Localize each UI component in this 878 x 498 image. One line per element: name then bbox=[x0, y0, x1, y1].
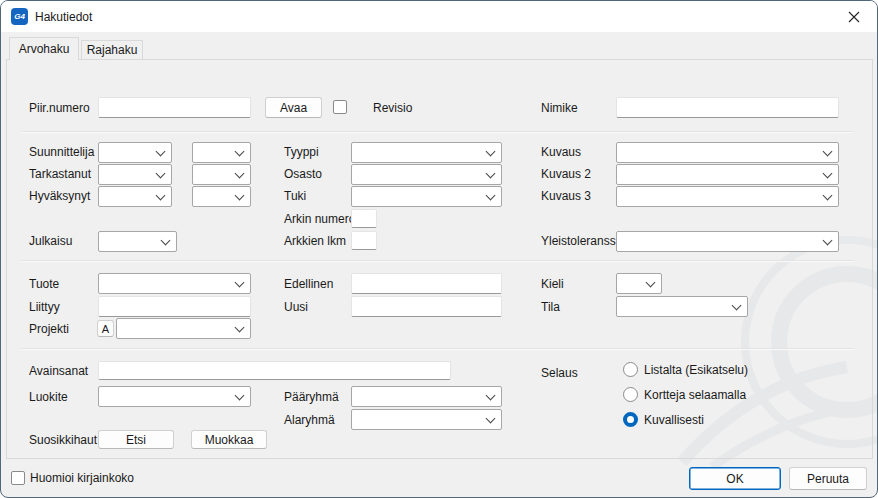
edellinen-label: Edellinen bbox=[284, 277, 333, 292]
osasto-label: Osasto bbox=[284, 167, 322, 182]
alaryhma-select[interactable] bbox=[351, 409, 502, 430]
chevron-down-icon bbox=[823, 191, 833, 201]
suunnittelija-select-2[interactable] bbox=[192, 142, 251, 163]
kuvaus2-select[interactable] bbox=[616, 164, 839, 185]
chevron-down-icon bbox=[646, 278, 656, 288]
uusi-input[interactable] bbox=[351, 296, 502, 317]
projekti-select[interactable] bbox=[116, 318, 251, 339]
tyyppi-label: Tyyppi bbox=[284, 145, 319, 160]
arkin-numero-input[interactable] bbox=[351, 209, 377, 228]
uusi-label: Uusi bbox=[284, 300, 308, 315]
tuote-label: Tuote bbox=[29, 277, 59, 292]
nimike-input[interactable] bbox=[616, 97, 839, 118]
chevron-down-icon bbox=[235, 323, 245, 333]
window-title: Hakutiedot bbox=[35, 10, 92, 24]
piir-numero-input[interactable] bbox=[98, 97, 251, 118]
luokite-select[interactable] bbox=[98, 386, 251, 407]
app-icon: G4 bbox=[11, 8, 28, 25]
selaus-radio-listalta-label[interactable]: Listalta (Esikatselu) bbox=[644, 363, 748, 378]
julkaisu-label: Julkaisu bbox=[29, 234, 72, 249]
ok-button[interactable]: OK bbox=[689, 467, 781, 490]
julkaisu-select[interactable] bbox=[98, 231, 177, 252]
liittyy-input[interactable] bbox=[98, 296, 251, 317]
revisio-label: Revisio bbox=[373, 101, 412, 116]
chevron-down-icon bbox=[156, 147, 166, 157]
chevron-down-icon bbox=[486, 191, 496, 201]
selaus-radio-listalta[interactable] bbox=[623, 362, 638, 377]
suunnittelija-select-1[interactable] bbox=[98, 142, 172, 163]
arkkien-lkm-label: Arkkien lkm bbox=[284, 234, 346, 249]
kuvaus-select[interactable] bbox=[616, 142, 839, 163]
close-button[interactable] bbox=[839, 5, 869, 29]
tarkastanut-select-2[interactable] bbox=[192, 164, 251, 185]
kuvaus3-select[interactable] bbox=[616, 186, 839, 207]
chevron-down-icon bbox=[486, 169, 496, 179]
tila-select[interactable] bbox=[616, 296, 748, 317]
projekti-a-button[interactable]: A bbox=[97, 320, 114, 337]
kuvaus2-label: Kuvaus 2 bbox=[541, 167, 591, 182]
tuote-select[interactable] bbox=[98, 273, 251, 294]
dialog-hakutiedot: G4 Hakutiedot Arvohaku Rajahaku Piir.num… bbox=[0, 0, 878, 498]
edellinen-input[interactable] bbox=[351, 273, 502, 294]
selaus-label: Selaus bbox=[541, 366, 578, 381]
hyvaksynyt-label: Hyväksynyt bbox=[29, 189, 90, 204]
kieli-select[interactable] bbox=[616, 273, 662, 294]
tila-label: Tila bbox=[541, 300, 560, 315]
peruuta-button[interactable]: Peruuta bbox=[789, 467, 867, 490]
kieli-label: Kieli bbox=[541, 277, 564, 292]
tab-rajahaku[interactable]: Rajahaku bbox=[81, 40, 143, 59]
selaus-radio-kortteja[interactable] bbox=[623, 387, 638, 402]
chevron-down-icon bbox=[156, 191, 166, 201]
chevron-down-icon bbox=[823, 169, 833, 179]
hyvaksynyt-select-1[interactable] bbox=[98, 186, 172, 207]
chevron-down-icon bbox=[823, 147, 833, 157]
chevron-down-icon bbox=[486, 414, 496, 424]
chevron-down-icon bbox=[235, 278, 245, 288]
chevron-down-icon bbox=[732, 301, 742, 311]
kuvaus3-label: Kuvaus 3 bbox=[541, 189, 591, 204]
tarkastanut-select-1[interactable] bbox=[98, 164, 172, 185]
selaus-radio-kuvallisesti-label[interactable]: Kuvallisesti bbox=[644, 413, 704, 428]
separator bbox=[21, 131, 853, 133]
avainsanat-label: Avainsanat bbox=[29, 364, 88, 379]
chevron-down-icon bbox=[235, 147, 245, 157]
tyyppi-select[interactable] bbox=[351, 142, 502, 163]
tuki-label: Tuki bbox=[284, 189, 306, 204]
tab-arvohaku[interactable]: Arvohaku bbox=[9, 37, 79, 60]
liittyy-label: Liittyy bbox=[29, 300, 60, 315]
chevron-down-icon bbox=[235, 391, 245, 401]
chevron-down-icon bbox=[486, 147, 496, 157]
paaryhma-label: Pääryhmä bbox=[284, 390, 339, 405]
huomioi-kirjainkoko-label[interactable]: Huomioi kirjainkoko bbox=[30, 471, 134, 486]
avainsanat-input[interactable] bbox=[98, 361, 451, 380]
paaryhma-select[interactable] bbox=[351, 386, 502, 407]
muokkaa-button[interactable]: Muokkaa bbox=[191, 430, 267, 449]
etsi-button[interactable]: Etsi bbox=[98, 430, 174, 449]
chevron-down-icon bbox=[235, 191, 245, 201]
piir-numero-label: Piir.numero bbox=[29, 101, 90, 116]
luokite-label: Luokite bbox=[29, 390, 68, 405]
separator bbox=[21, 260, 853, 262]
chevron-down-icon bbox=[156, 169, 166, 179]
kuvaus-label: Kuvaus bbox=[541, 145, 581, 160]
huomioi-kirjainkoko-checkbox[interactable] bbox=[11, 471, 25, 485]
yleistoleranssi-label: Yleistoleranssi bbox=[541, 234, 618, 249]
chevron-down-icon bbox=[823, 236, 833, 246]
titlebar: G4 Hakutiedot bbox=[1, 1, 877, 32]
chevron-down-icon bbox=[486, 391, 496, 401]
selaus-radio-kortteja-label[interactable]: Kortteja selaamalla bbox=[644, 388, 746, 403]
tuki-select[interactable] bbox=[351, 186, 502, 207]
osasto-select[interactable] bbox=[351, 164, 502, 185]
avaa-button[interactable]: Avaa bbox=[265, 97, 322, 118]
revisio-checkbox[interactable] bbox=[333, 100, 347, 114]
suunnittelija-label: Suunnittelija bbox=[29, 145, 94, 160]
app-icon-label: G4 bbox=[14, 12, 25, 21]
selaus-radio-kuvallisesti[interactable] bbox=[623, 412, 638, 427]
yleistoleranssi-select[interactable] bbox=[616, 231, 839, 252]
chevron-down-icon bbox=[235, 169, 245, 179]
hyvaksynyt-select-2[interactable] bbox=[192, 186, 251, 207]
arkkien-lkm-input[interactable] bbox=[351, 231, 377, 250]
separator bbox=[21, 348, 853, 350]
arkin-numero-label: Arkin numero bbox=[284, 212, 355, 227]
projekti-label: Projekti bbox=[29, 322, 69, 337]
